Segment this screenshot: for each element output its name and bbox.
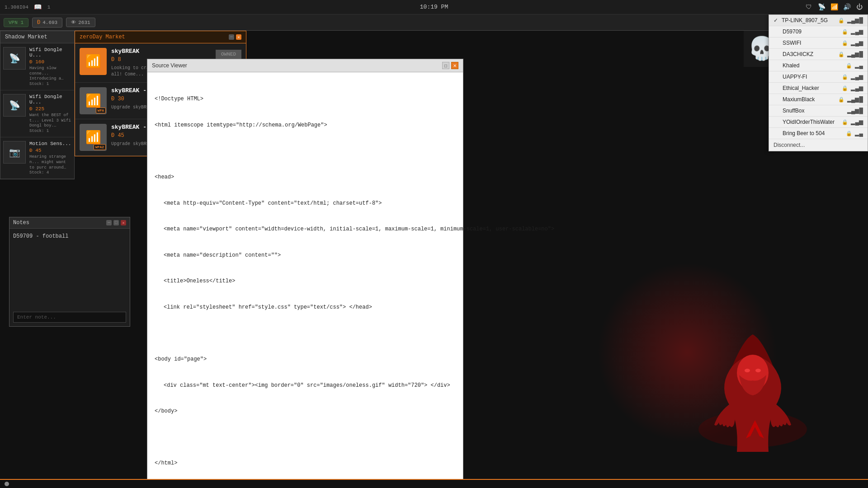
owned-button-container: OWNED — [216, 50, 241, 59]
disconnect-button[interactable]: Disconnect... — [769, 139, 868, 151]
wifi-signal-icon: 📶 — [85, 130, 101, 145]
item-icon: 📶 WPA — [80, 87, 107, 114]
vpn-button[interactable]: VPN 1 — [4, 18, 28, 27]
signal-icon: ▂▄▆█ — [847, 96, 863, 103]
signal-icon: ▂▄▆ — [851, 40, 863, 46]
wifi-network-item[interactable]: DA3CHICKZ 🔒 ▂▄▆█ — [769, 49, 868, 60]
shadow-market-header: Shadow Market — [0, 31, 74, 43]
source-line: <!Doctype HTML> — [155, 95, 456, 103]
source-line: <meta name="description" content=""> — [164, 251, 456, 260]
signal-icon: ▂▄▆█ — [847, 17, 863, 23]
vpn-label: VPN 1 — [9, 20, 24, 25]
signal-icon: ▂▄▆ — [851, 119, 863, 125]
wifi-signal-icon: 📶 — [85, 93, 101, 108]
scene-art — [674, 294, 832, 452]
wifi-network-item[interactable]: D59709 🔒 ▂▄▆ — [769, 26, 868, 38]
wifi-network-item[interactable]: YOidIOrderThisWater 🔒 ▂▄▆ — [769, 117, 868, 128]
item-image: 📡 — [3, 94, 26, 117]
lock-icon: 🔒 — [846, 63, 852, 69]
source-line: <html itemscope itemtype="http://schema.… — [155, 121, 456, 130]
notes-window: Notes ─ □ ✕ D59709 - football — [9, 217, 130, 327]
item-info: Motion Sens... Ð 45 Hearing strange n...… — [29, 141, 71, 175]
source-line: <link rel="stylesheet" href="style.css" … — [164, 303, 456, 312]
signal-icon: ▂▄▆█ — [847, 108, 863, 114]
minimize-button[interactable]: ─ — [106, 220, 112, 225]
book-icon: 📖 — [34, 3, 42, 11]
zeroday-market-title: zeroDay Market — [80, 34, 125, 40]
item-info: Wifi Dongle U... Ð 160 Having slow conne… — [29, 47, 71, 86]
system-bar-right: 🛡 📡 📶 🔊 ⏻ — [805, 3, 863, 11]
item-price: Ð 225 — [29, 106, 71, 112]
list-item[interactable]: 📡 Wifi Dongle U... Ð 160 Having slow con… — [0, 43, 74, 90]
lock-icon: 🔒 — [838, 97, 844, 103]
network-name: Ethical_Hacker — [783, 85, 839, 91]
wifi-dropdown: ✓ TP-LINK_8907_5G 🔒 ▂▄▆█ D59709 🔒 ▂▄▆ SS… — [769, 14, 868, 151]
currency2-button[interactable]: 👁 2631 — [66, 18, 95, 27]
network-name: D59709 — [783, 28, 839, 35]
currency1-value: 4.693 — [42, 20, 57, 25]
volume-icon[interactable]: 🔊 — [843, 3, 851, 11]
system-time: 10:19 PM — [420, 4, 448, 10]
item-icon: 📶 WPA2 — [80, 124, 107, 151]
source-line: <title>Oneless</title> — [164, 277, 456, 286]
lock-icon: 🔒 — [842, 74, 848, 80]
network-name: TP-LINK_8907_5G — [782, 17, 835, 23]
item-name: skyBREAK — [111, 48, 211, 55]
source-line: <head> — [155, 173, 456, 182]
notes-input[interactable] — [13, 312, 126, 323]
coin-icon: Ð — [37, 19, 40, 26]
shadow-market-window: Shadow Market 📡 Wifi Dongle U... Ð 160 H… — [0, 31, 75, 179]
item-stock: Stock: 1 — [29, 82, 71, 86]
status-dot — [5, 482, 9, 486]
item-desc: Want the BEST of t... Level 3 Wifi Dongl… — [29, 113, 71, 129]
network-name: SnuffBox — [783, 108, 835, 114]
lock-icon: 🔒 — [846, 131, 852, 136]
signal-icon: ▂▄ — [855, 62, 863, 69]
list-item[interactable]: 📡 Wifi Dongle U... Ð 225 Want the BEST o… — [0, 90, 74, 137]
source-line: </body> — [155, 407, 456, 416]
item-name: Wifi Dongle U... — [29, 47, 71, 58]
wifi-network-item[interactable]: Ethical_Hacker 🔒 ▂▄▆ — [769, 83, 868, 94]
shield-icon[interactable]: 🛡 — [805, 3, 813, 11]
svg-point-2 — [745, 369, 750, 372]
signal-icon: ▂▄ — [855, 130, 863, 136]
wpa2-badge: WPA2 — [94, 144, 106, 150]
close-button[interactable]: ✕ — [236, 34, 241, 40]
notes-content: D59709 - football — [13, 233, 68, 239]
svg-point-3 — [755, 369, 761, 372]
source-line — [155, 329, 456, 338]
checkmark-icon: ✓ — [774, 17, 778, 23]
wifi-network-item[interactable]: Bring Beer to 504 🔒 ▂▄ — [769, 128, 868, 139]
signal-icon: ▂▄▆█ — [847, 51, 863, 57]
lock-icon: 🔒 — [842, 119, 848, 125]
wifi-network-item[interactable]: SnuffBox 🔒 ▂▄▆█ — [769, 105, 868, 117]
list-item[interactable]: 📷 Motion Sens... Ð 45 Hearing strange n.… — [0, 137, 74, 179]
item-desc: Having slow conne... Introducing a Sha..… — [29, 66, 71, 82]
owned-button[interactable]: OWNED — [216, 50, 241, 59]
close-button[interactable]: ✕ — [451, 62, 458, 69]
network-name: Bring Beer to 504 — [783, 130, 843, 136]
source-viewer-title: Source Viewer — [152, 62, 187, 69]
network-name: UAPPY-FI — [783, 74, 839, 80]
maximize-button[interactable]: □ — [442, 62, 449, 69]
wifi-network-item[interactable]: ✓ TP-LINK_8907_5G 🔒 ▂▄▆█ — [769, 15, 868, 26]
currency1-button[interactable]: Ð 4.693 — [32, 18, 62, 28]
wpa-badge: WPA — [96, 108, 106, 113]
item-name: Wifi Dongle U... — [29, 94, 71, 105]
wifi-network-item[interactable]: Khaled 🔒 ▂▄ — [769, 60, 868, 71]
notes-body: D59709 - football — [9, 229, 130, 310]
wifi-network-item[interactable]: UAPPY-FI 🔒 ▂▄▆ — [769, 71, 868, 83]
item-stock: Stock: 4 — [29, 170, 71, 175]
close-button[interactable]: ✕ — [121, 220, 126, 225]
minimize-button[interactable]: ─ — [229, 34, 234, 40]
wifi-network-item[interactable]: MaxiumBlack 🔒 ▂▄▆█ — [769, 94, 868, 105]
power-icon[interactable]: ⏻ — [855, 3, 863, 11]
wifi-network-item[interactable]: SSWIFI 🔒 ▂▄▆ — [769, 38, 868, 49]
maximize-button[interactable]: □ — [113, 220, 119, 225]
source-line: <meta name="viewport" content="width=dev… — [164, 225, 456, 234]
lock-icon: 🔒 — [842, 85, 848, 91]
wifi-icon[interactable]: 📶 — [830, 3, 838, 11]
source-line — [155, 147, 456, 156]
item-image: 📡 — [3, 47, 26, 70]
item-icon: 📶 — [80, 48, 107, 75]
